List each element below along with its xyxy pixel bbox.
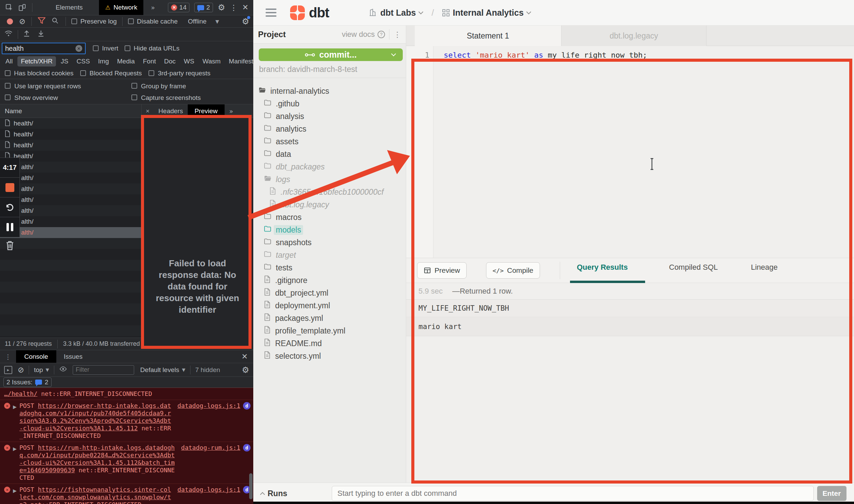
- request-row[interactable]: health/: [0, 118, 142, 129]
- type-filter-media[interactable]: Media: [114, 56, 138, 66]
- third-party-requests-checkbox[interactable]: [148, 70, 154, 76]
- file-tree-item--gitignore[interactable]: .gitignore: [264, 275, 308, 286]
- results-tab-lineage[interactable]: Lineage: [751, 263, 778, 272]
- request-row[interactable]: alth/: [0, 227, 142, 238]
- file-tree-item-analysis[interactable]: analysis: [264, 110, 304, 122]
- expand-caret-icon[interactable]: ▶: [13, 403, 17, 411]
- detail-more-tabs-icon[interactable]: »: [229, 107, 233, 115]
- has-blocked-cookies-checkbox[interactable]: [5, 70, 11, 76]
- file-tree-item-internal-analytics[interactable]: internal-analytics: [258, 85, 329, 97]
- type-filter-doc[interactable]: Doc: [161, 56, 179, 66]
- preserve-log-checkbox[interactable]: [71, 18, 77, 24]
- delete-recording-trash-icon[interactable]: [5, 240, 15, 253]
- restart-recording-button[interactable]: [0, 197, 19, 217]
- disable-cache-checkbox[interactable]: [128, 18, 134, 24]
- invert-checkbox[interactable]: [93, 45, 99, 51]
- results-tab-query-results[interactable]: Query Results: [577, 263, 628, 272]
- capture-screenshots-checkbox[interactable]: [131, 94, 137, 100]
- request-row[interactable]: alth/: [0, 173, 142, 183]
- settings-gear-icon[interactable]: ⚙: [218, 3, 225, 12]
- type-filter-css[interactable]: CSS: [73, 56, 93, 66]
- org-switcher[interactable]: dbt Labs: [369, 8, 423, 18]
- editor-tab-statement-1[interactable]: Statement 1: [415, 26, 561, 46]
- hide-data-urls-checkbox[interactable]: [125, 45, 130, 51]
- type-filter-img[interactable]: Img: [95, 56, 112, 66]
- console-filter-input[interactable]: [73, 365, 134, 375]
- view-docs-link[interactable]: view docs ?: [342, 30, 385, 39]
- error-log-row[interactable]: ✕▶POST https://fishtownanalytics.sinter-…: [0, 484, 253, 504]
- type-filter-font[interactable]: Font: [140, 56, 159, 66]
- source-link[interactable]: datadog-logs.js:1: [177, 402, 240, 410]
- file-tree-item-analytics[interactable]: analytics: [264, 123, 306, 135]
- console-context-select[interactable]: top: [34, 366, 43, 374]
- device-toolbar-icon[interactable]: [16, 3, 29, 12]
- request-row[interactable]: alth/: [0, 183, 142, 194]
- type-filter-js[interactable]: JS: [57, 56, 72, 66]
- filter-funnel-icon[interactable]: [38, 17, 45, 26]
- file-tree-item-models[interactable]: models: [264, 224, 303, 236]
- request-row[interactable]: health/: [0, 140, 142, 151]
- close-detail-pane-icon[interactable]: ×: [146, 107, 150, 115]
- sql-editor[interactable]: 1 select 'mario kart' as my_life_right_n…: [406, 46, 854, 258]
- network-conditions-icon[interactable]: [4, 29, 13, 39]
- error-link[interactable]: …/health/: [4, 390, 38, 397]
- file-tree-item-selectors-yml[interactable]: selectors.yml: [264, 350, 321, 362]
- source-link[interactable]: datadog-logs.js:1: [177, 486, 240, 493]
- commit-dropdown-chevron[interactable]: [391, 51, 396, 56]
- throttling-select[interactable]: Offline: [188, 18, 207, 25]
- file-tree-item-deployment-yml[interactable]: deployment.yml: [264, 300, 330, 311]
- file-tree-item-snapshots[interactable]: snapshots: [264, 237, 312, 248]
- compile-button[interactable]: </> Compile: [486, 262, 540, 279]
- log-levels-select[interactable]: Default levels: [140, 366, 179, 374]
- file-tree-item-dbt-project-yml[interactable]: dbt_project.yml: [264, 287, 328, 299]
- file-tree-item-target[interactable]: target: [264, 249, 296, 261]
- error-log-row[interactable]: ✕▶POST https://rum-http-intake.logs.data…: [0, 442, 253, 484]
- tab-network[interactable]: ⚠ Network: [99, 0, 143, 15]
- request-row[interactable]: alth/: [0, 216, 142, 227]
- use-large-request-rows-checkbox[interactable]: [5, 83, 11, 89]
- type-filter-all[interactable]: All: [2, 56, 16, 66]
- drawer-menu-icon[interactable]: ⋮: [5, 353, 11, 360]
- commit-button[interactable]: commit...: [259, 48, 403, 61]
- editor-tab-dbt-log-legacy[interactable]: dbt.log.legacy: [561, 26, 707, 46]
- results-data-row[interactable]: mario kart: [406, 317, 854, 336]
- tab-headers[interactable]: Headers: [154, 107, 188, 115]
- type-filter-wasm[interactable]: Wasm: [199, 56, 224, 66]
- file-tree-item-data[interactable]: data: [264, 148, 291, 160]
- file-tree-item-packages-yml[interactable]: packages.yml: [264, 312, 323, 324]
- console-settings-gear-icon[interactable]: ⚙: [242, 365, 249, 375]
- request-row[interactable]: health/: [0, 129, 142, 140]
- file-tree-item-dbt-log-legacy[interactable]: dbt.log.legacy: [269, 199, 329, 210]
- expand-caret-icon[interactable]: ▶: [13, 445, 17, 453]
- show-overview-checkbox[interactable]: [5, 94, 11, 100]
- blocked-requests-checkbox[interactable]: [80, 70, 86, 76]
- type-filter-fetch-xhr[interactable]: Fetch/XHR: [17, 56, 56, 66]
- request-row[interactable]: alth/: [0, 194, 142, 205]
- live-expression-eye-icon[interactable]: [59, 365, 67, 374]
- search-icon[interactable]: [52, 17, 59, 26]
- issues-counter[interactable]: 2 Issues: 2: [3, 377, 52, 387]
- issues-badge[interactable]: 2: [194, 3, 213, 12]
- tab-elements[interactable]: Elements: [49, 0, 89, 15]
- close-drawer-icon[interactable]: ✕: [242, 352, 248, 361]
- enter-button[interactable]: Enter: [817, 486, 846, 501]
- console-scrollbar[interactable]: [249, 473, 253, 499]
- hamburger-menu-icon[interactable]: [266, 9, 276, 17]
- close-devtools-icon[interactable]: ✕: [242, 3, 248, 12]
- network-filter-input[interactable]: [5, 45, 75, 53]
- kebab-menu-icon[interactable]: ⋮: [230, 3, 238, 12]
- file-tree-item-assets[interactable]: assets: [264, 136, 298, 147]
- tab-issues[interactable]: Issues: [56, 353, 90, 360]
- record-network-log-button[interactable]: [7, 18, 13, 25]
- sidebar-kebab-icon[interactable]: ⋮: [394, 30, 401, 39]
- network-conditions-gear-icon[interactable]: ⚙: [242, 17, 249, 26]
- error-log-row[interactable]: …/health/ net::ERR_INTERNET_DISCONNECTED: [0, 388, 253, 400]
- more-tabs-icon[interactable]: »: [151, 4, 155, 11]
- requests-table-header[interactable]: Name: [0, 104, 142, 118]
- request-row[interactable]: health/: [0, 151, 142, 162]
- file-tree-item-logs[interactable]: logs: [264, 174, 290, 185]
- file-tree-item--nfc3665c416bfecb1000000cf[interactable]: .nfc3665c416bfecb1000000cf: [269, 186, 384, 198]
- dbt-command-input[interactable]: [332, 486, 814, 501]
- file-tree-item-profile-template-yml[interactable]: profile_template.yml: [264, 325, 345, 337]
- results-tab-compiled-sql[interactable]: Compiled SQL: [669, 263, 718, 272]
